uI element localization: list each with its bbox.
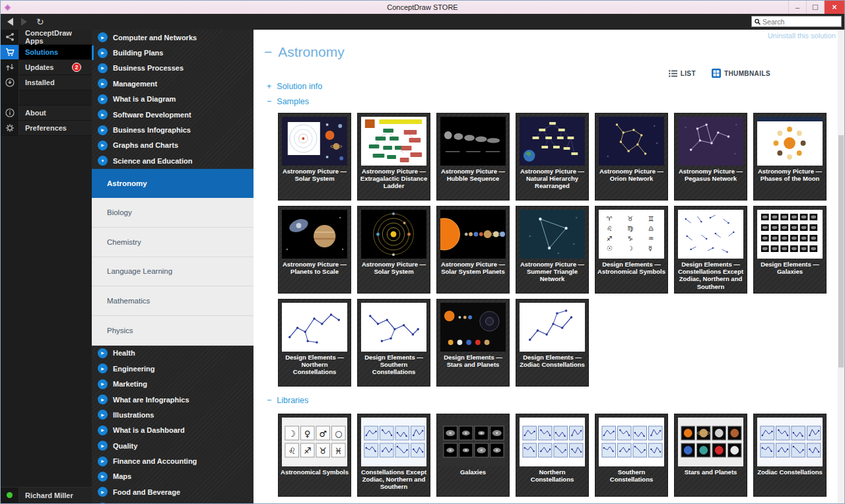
category-sub-label: Astronomy [107, 179, 147, 187]
category-item-finance-and-accounting[interactable]: ▶Finance and Accounting [92, 453, 254, 468]
expand-icon: + [267, 82, 271, 91]
card-title: Astronomy Picture — Solar System [358, 259, 430, 275]
search-box[interactable] [751, 16, 842, 27]
category-label: Graphs and Charts [113, 141, 178, 149]
sample-card-design-elements-astronomical-symbols[interactable]: ♈ ♉ ♊ ♋♌ ♍ ♎ ♏♐ ♑ ♒ ♓☉ ☽ ☿ ♀Design Eleme… [595, 206, 668, 294]
category-sub-item-chemistry[interactable]: Chemistry [92, 228, 254, 257]
library-card-stars-and-planets[interactable]: Stars and Planets [674, 414, 747, 497]
category-item-marketing[interactable]: ▶Marketing [92, 376, 254, 391]
card-title: Design Elements — Northern Constellation… [279, 352, 351, 376]
maximize-button[interactable]: ☐ [806, 1, 824, 14]
sample-card-astronomy-picture-solar-system[interactable]: Astronomy Picture — Solar System [278, 113, 351, 201]
category-label: Computer and Networks [113, 34, 197, 42]
sidebar-item-about[interactable]: About [1, 106, 92, 121]
card-thumbnail [440, 303, 506, 352]
sample-card-design-elements-northern-constellations[interactable]: Design Elements — Northern Constellation… [278, 299, 351, 387]
card-title: Galaxies [437, 466, 509, 476]
library-card-southern-constellations[interactable]: Southern Constellations [595, 414, 668, 497]
sample-card-astronomy-picture-pegasus-network[interactable]: Astronomy Picture — Pegasus Network [674, 113, 747, 201]
sidebar-item-updates[interactable]: Updates2 [1, 60, 92, 75]
sidebar-item-preferences[interactable]: Preferences [1, 121, 92, 136]
close-button[interactable]: × [824, 1, 844, 14]
category-item-business-processes[interactable]: ▶Business Processes [92, 61, 254, 76]
section-solution-info[interactable]: + Solution info [267, 82, 844, 91]
refresh-icon[interactable]: ↻ [36, 17, 44, 26]
chevron-right-icon: ▶ [98, 110, 108, 119]
category-item-graphs-and-charts[interactable]: ▶Graphs and Charts [92, 138, 254, 153]
search-input[interactable] [762, 18, 838, 26]
page-title-collapse-icon[interactable]: − [264, 44, 272, 60]
user-status-icon [1, 488, 19, 503]
category-sub-item-astronomy[interactable]: Astronomy [92, 169, 254, 199]
card-thumbnail [440, 418, 506, 466]
category-item-what-are-infographics[interactable]: ▶What are Infographics [92, 392, 254, 407]
minimize-button[interactable]: – [788, 1, 806, 14]
sample-card-astronomy-picture-phases-of-the-moon[interactable]: Astronomy Picture — Phases of the Moon [753, 113, 827, 201]
card-title: Astronomy Picture — Pegasus Network [675, 166, 747, 182]
chevron-right-icon: ▶ [98, 457, 108, 466]
category-item-health[interactable]: ▶Health [92, 346, 254, 361]
samples-grid: Astronomy Picture — Solar SystemAstronom… [278, 113, 828, 387]
library-card-northern-constellations[interactable]: Northern Constellations [516, 414, 589, 497]
category-item-what-is-a-diagram[interactable]: ▶What is a Diagram [92, 92, 254, 107]
sidebar-item-conceptdraw-apps[interactable]: ConceptDraw Apps [1, 30, 92, 45]
category-item-illustrations[interactable]: ▶Illustrations [92, 407, 254, 422]
sample-card-design-elements-zodiac-constellations[interactable]: Design Elements — Zodiac Constellations [516, 299, 589, 387]
section-libraries[interactable]: − Libraries [267, 396, 844, 405]
sidebar-item-installed[interactable]: Installed [1, 75, 92, 90]
category-sub-item-biology[interactable]: Biology [92, 198, 254, 228]
sample-card-design-elements-constellations-except-zodiac-northern-and-southern[interactable]: Design Elements — Constellations Except … [674, 206, 747, 294]
category-sub-item-physics[interactable]: Physics [92, 316, 254, 346]
sample-card-astronomy-picture-orion-network[interactable]: Astronomy Picture — Orion Network [595, 113, 668, 201]
category-item-software-development[interactable]: ▶Software Development [92, 107, 254, 122]
card-title: Astronomy Picture — Solar System [279, 166, 351, 182]
category-item-what-is-a-dashboard[interactable]: ▶What is a Dashboard [92, 423, 254, 438]
card-title: Zodiac Constellations [754, 466, 826, 476]
category-label: Science and Education [113, 157, 192, 165]
sidebar-item-solutions[interactable]: Solutions [1, 45, 92, 60]
sample-card-astronomy-picture-solar-system[interactable]: Astronomy Picture — Solar System [357, 206, 430, 294]
category-item-management[interactable]: ▶Management [92, 76, 254, 91]
library-card-constellations-except-zodiac-northern-and-southern[interactable]: Constellations Except Zodiac, Northern a… [357, 414, 430, 497]
sidebar-item-label: ConceptDraw Apps [19, 30, 92, 44]
chevron-right-icon: ▶ [98, 487, 108, 497]
list-view-toggle[interactable]: LIST [669, 70, 696, 77]
category-item-quality[interactable]: ▶Quality [92, 438, 254, 453]
category-item-engineering[interactable]: ▶Engineering [92, 361, 254, 376]
sample-card-astronomy-picture-natural-hierarchy-rearranged[interactable]: Astronomy Picture — Natural Hierarchy Re… [516, 113, 589, 201]
thumbnails-view-toggle[interactable]: THUMBNAILS [712, 69, 770, 78]
back-icon[interactable] [7, 18, 13, 26]
category-sub-item-language-learning[interactable]: Language Learning [92, 257, 254, 287]
category-label: Business Processes [113, 64, 184, 72]
main-scrollbar-thumb[interactable] [838, 135, 844, 367]
sidebar-items: ConceptDraw AppsSolutionsUpdates2Install… [1, 30, 92, 136]
sample-card-design-elements-stars-and-planets[interactable]: Design Elements — Stars and Planets [436, 299, 510, 387]
sample-card-astronomy-picture-planets-to-scale[interactable]: Astronomy Picture — Planets to Scale [278, 206, 351, 294]
category-item-building-plans[interactable]: ▶Building Plans [92, 45, 254, 60]
category-label: Building Plans [113, 49, 163, 57]
sample-card-astronomy-picture-hubble-sequence[interactable]: Astronomy Picture — Hubble Sequence [436, 113, 510, 201]
sample-card-design-elements-southern-constellations[interactable]: Design Elements — Southern Constellation… [357, 299, 430, 387]
updates-badge: 2 [72, 63, 81, 72]
category-sub-item-mathematics[interactable]: Mathematics [92, 286, 254, 316]
card-title: Astronomy Picture — Orion Network [595, 166, 667, 182]
library-card-astronomical-symbols[interactable]: ☽♀♂○♌♐♉♓Astronomical Symbols [278, 414, 351, 497]
uninstall-link[interactable]: Uninstall this solution [768, 32, 836, 40]
library-card-zodiac-constellations[interactable]: Zodiac Constellations [753, 414, 827, 497]
category-item-science-and-education[interactable]: ▼Science and Education [92, 153, 254, 168]
sample-card-design-elements-galaxies[interactable]: Design Elements — Galaxies [753, 206, 827, 294]
sidebar-item-label: Solutions [19, 45, 92, 59]
category-item-business-infographics[interactable]: ▶Business Infographics [92, 122, 254, 137]
library-card-galaxies[interactable]: Galaxies [436, 414, 510, 497]
category-item-computer-and-networks[interactable]: ▶Computer and Networks [92, 30, 254, 45]
categories-scrollbar-thumb[interactable] [92, 46, 94, 60]
section-samples[interactable]: − Samples [267, 97, 844, 106]
sidebar-item-user[interactable]: Richard Miller [1, 487, 92, 503]
category-item-maps[interactable]: ▶Maps [92, 469, 254, 484]
sample-card-astronomy-picture-solar-system-planets[interactable]: Astronomy Picture — Solar System Planets [436, 206, 510, 294]
forward-icon[interactable] [21, 18, 27, 26]
sample-card-astronomy-picture-summer-triangle-network[interactable]: Astronomy Picture — Summer Triangle Netw… [516, 206, 589, 294]
sample-card-astronomy-picture-extragalactic-distance-ladder[interactable]: Astronomy Picture — Extragalactic Distan… [357, 113, 430, 201]
category-item-food-and-beverage[interactable]: ▶Food and Beverage [92, 484, 254, 499]
category-item-item[interactable]: ▶ [92, 500, 254, 504]
